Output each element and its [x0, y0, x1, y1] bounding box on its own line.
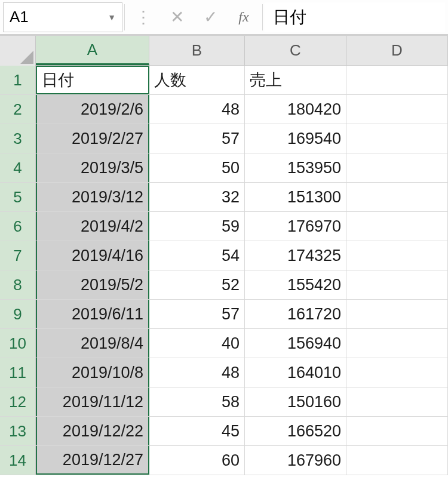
divider: [124, 4, 125, 30]
cell[interactable]: 164010: [245, 358, 346, 387]
cell[interactable]: 57: [149, 300, 245, 328]
cell[interactable]: 50: [149, 153, 245, 182]
cell[interactable]: 176970: [245, 212, 346, 241]
table-row: 22019/2/648180420: [0, 95, 448, 124]
cell[interactable]: 2019/5/2: [36, 270, 149, 299]
cell[interactable]: [346, 329, 448, 358]
cell[interactable]: 2019/4/2: [36, 212, 149, 241]
cell[interactable]: 180420: [245, 95, 346, 124]
cell[interactable]: 48: [149, 95, 245, 124]
table-row: 62019/4/259176970: [0, 212, 448, 241]
row-header[interactable]: 10: [0, 329, 36, 358]
cell[interactable]: 2019/12/27: [36, 446, 149, 475]
cell[interactable]: 2019/6/11: [36, 300, 149, 328]
cell[interactable]: 2019/2/6: [36, 95, 149, 124]
cell[interactable]: 売上: [245, 66, 346, 94]
cell[interactable]: 169540: [245, 124, 346, 153]
cell[interactable]: 57: [149, 124, 245, 153]
cell[interactable]: 2019/12/22: [36, 417, 149, 445]
cell[interactable]: 156940: [245, 329, 346, 358]
select-all-corner[interactable]: [0, 36, 36, 66]
cell[interactable]: 60: [149, 446, 245, 475]
cell[interactable]: 2019/3/5: [36, 153, 149, 182]
cell[interactable]: [346, 241, 448, 270]
table-row: 112019/10/848164010: [0, 358, 448, 387]
row-header[interactable]: 11: [0, 358, 36, 387]
table-row: 132019/12/2245166520: [0, 417, 448, 446]
table-row: 122019/11/1258150160: [0, 387, 448, 417]
cell[interactable]: 174325: [245, 241, 346, 270]
formula-text: 日付: [273, 6, 306, 29]
row-header[interactable]: 7: [0, 241, 36, 270]
cell[interactable]: 153950: [245, 153, 346, 182]
cell[interactable]: 40: [149, 329, 245, 358]
cell[interactable]: [346, 212, 448, 241]
table-row: 82019/5/252155420: [0, 270, 448, 300]
cancel-icon: ✕: [160, 2, 194, 33]
column-header-D[interactable]: D: [346, 36, 448, 65]
cell[interactable]: [346, 270, 448, 299]
cell[interactable]: 59: [149, 212, 245, 241]
formula-input[interactable]: 日付: [265, 2, 445, 32]
cell[interactable]: 58: [149, 387, 245, 416]
table-row: 72019/4/1654174325: [0, 241, 448, 270]
row-header[interactable]: 4: [0, 153, 36, 182]
cell[interactable]: 52: [149, 270, 245, 299]
row-header[interactable]: 12: [0, 387, 36, 416]
cell[interactable]: 2019/8/4: [36, 329, 149, 358]
table-row: 142019/12/2760167960: [0, 446, 448, 475]
row-header[interactable]: 3: [0, 124, 36, 153]
table-row: 1日付人数売上: [0, 66, 448, 95]
cell[interactable]: 167960: [245, 446, 346, 475]
name-box-value: A1: [10, 8, 29, 26]
column-header-A[interactable]: A: [36, 36, 149, 65]
enter-icon: ✓: [194, 2, 227, 33]
cell[interactable]: 2019/2/27: [36, 124, 149, 153]
cell[interactable]: [346, 66, 448, 94]
cell[interactable]: [346, 153, 448, 182]
table-row: 32019/2/2757169540: [0, 124, 448, 153]
grid: A B C D 1日付人数売上22019/2/64818042032019/2/…: [0, 36, 448, 475]
row-header[interactable]: 13: [0, 417, 36, 445]
cell[interactable]: [346, 300, 448, 328]
chevron-down-icon[interactable]: ▼: [108, 13, 116, 22]
cell[interactable]: 151300: [245, 183, 346, 211]
cell[interactable]: 2019/3/12: [36, 183, 149, 211]
row-header[interactable]: 5: [0, 183, 36, 211]
cell[interactable]: 54: [149, 241, 245, 270]
column-header-C[interactable]: C: [245, 36, 346, 65]
cell[interactable]: 45: [149, 417, 245, 445]
dots-icon: ⋮: [127, 2, 160, 33]
cell[interactable]: [346, 387, 448, 416]
fx-icon[interactable]: fx: [227, 2, 260, 33]
cell[interactable]: 150160: [245, 387, 346, 416]
cell[interactable]: [346, 358, 448, 387]
cell[interactable]: 2019/10/8: [36, 358, 149, 387]
cell[interactable]: [346, 417, 448, 445]
row-header[interactable]: 6: [0, 212, 36, 241]
column-header-B[interactable]: B: [149, 36, 245, 65]
cell[interactable]: 48: [149, 358, 245, 387]
row-header[interactable]: 1: [0, 66, 36, 94]
cell[interactable]: 155420: [245, 270, 346, 299]
cell[interactable]: 161720: [245, 300, 346, 328]
cell[interactable]: [346, 446, 448, 475]
row-header[interactable]: 14: [0, 446, 36, 475]
column-headers-row: A B C D: [0, 36, 448, 66]
cell[interactable]: [346, 95, 448, 124]
row-header[interactable]: 9: [0, 300, 36, 328]
divider: [262, 4, 263, 30]
cell[interactable]: 2019/4/16: [36, 241, 149, 270]
row-header[interactable]: 2: [0, 95, 36, 124]
cell[interactable]: 人数: [149, 66, 245, 94]
cell[interactable]: [346, 124, 448, 153]
cell[interactable]: 32: [149, 183, 245, 211]
name-box[interactable]: A1 ▼: [3, 2, 122, 32]
cell[interactable]: 日付: [36, 66, 149, 94]
cell[interactable]: [346, 183, 448, 211]
table-row: 102019/8/440156940: [0, 329, 448, 358]
row-header[interactable]: 8: [0, 270, 36, 299]
table-row: 52019/3/1232151300: [0, 183, 448, 212]
cell[interactable]: 2019/11/12: [36, 387, 149, 416]
cell[interactable]: 166520: [245, 417, 346, 445]
